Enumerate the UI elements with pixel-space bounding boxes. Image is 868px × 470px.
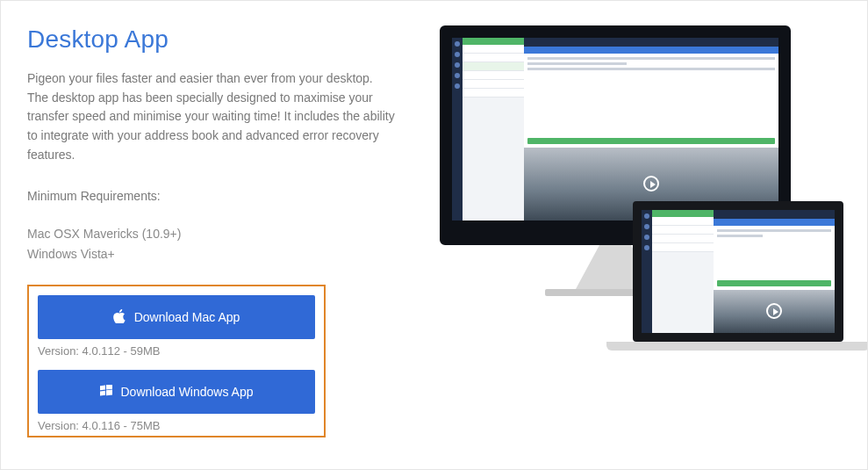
- svg-rect-3: [106, 389, 112, 395]
- download-section: Desktop App Pigeon your files faster and…: [0, 0, 868, 470]
- windows-icon: [100, 385, 112, 400]
- description-text: Pigeon your files faster and easier than…: [27, 69, 396, 164]
- devices-mockup: [440, 25, 843, 377]
- download-windows-label: Download Windows App: [121, 385, 254, 399]
- download-block-highlighted: Download Mac App Version: 4.0.112 - 59MB…: [27, 285, 326, 437]
- requirement-windows: Windows Vista+: [27, 244, 413, 264]
- requirements-list: Mac OSX Mavericks (10.9+) Windows Vista+: [27, 224, 413, 264]
- download-mac-button[interactable]: Download Mac App: [38, 295, 315, 339]
- play-icon: [766, 303, 782, 319]
- download-mac-label: Download Mac App: [134, 310, 240, 324]
- svg-rect-0: [100, 385, 105, 390]
- requirement-mac: Mac OSX Mavericks (10.9+): [27, 224, 413, 243]
- requirements-heading: Minimum Requirements:: [27, 189, 413, 203]
- page-title: Desktop App: [27, 25, 413, 54]
- left-column: Desktop App Pigeon your files faster and…: [27, 25, 413, 437]
- mac-version-text: Version: 4.0.112 - 59MB: [38, 344, 315, 358]
- play-icon: [643, 176, 659, 192]
- download-windows-button[interactable]: Download Windows App: [38, 370, 315, 414]
- windows-version-text: Version: 4.0.116 - 75MB: [38, 419, 315, 432]
- svg-rect-1: [106, 385, 112, 390]
- svg-rect-2: [100, 390, 105, 395]
- apple-icon: [113, 309, 126, 326]
- laptop-mockup: [624, 201, 852, 351]
- product-image-area: [440, 25, 843, 437]
